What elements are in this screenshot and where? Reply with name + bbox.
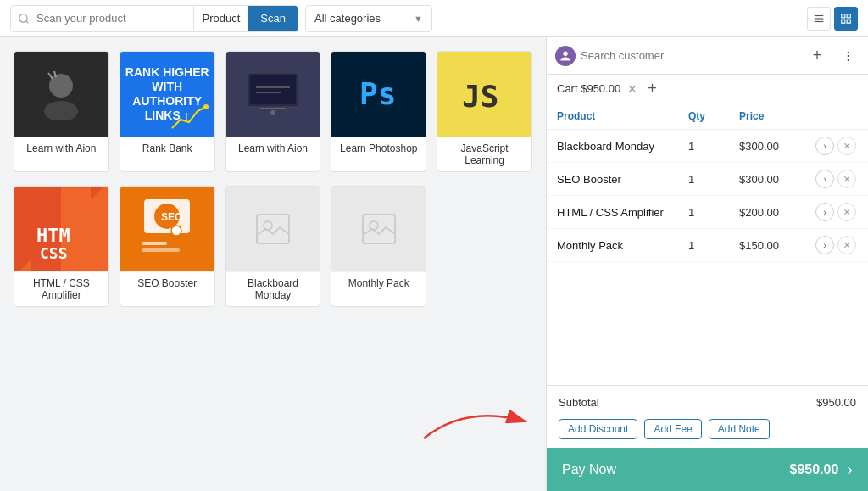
product-area: Learn with Aion RANK HIGHERWITH AUTHORIT…: [0, 37, 546, 491]
cart-row-actions: › ×: [815, 137, 858, 155]
product-label: HTML / CSS Amplifier: [14, 271, 108, 306]
cart-row-actions: › ×: [815, 203, 858, 221]
list-view-btn[interactable]: [807, 7, 831, 31]
cart-product-name: SEO Booster: [557, 173, 688, 186]
svg-rect-6: [847, 14, 850, 17]
svg-point-37: [264, 221, 272, 230]
categories-dropdown[interactable]: All categories ▼: [305, 5, 432, 32]
cart-row-2: SEO Booster 1 $300.00 › ×: [547, 163, 868, 196]
product-thumbnail: JS: [437, 52, 531, 137]
customer-search-input[interactable]: [581, 49, 798, 62]
col-price: Price: [739, 110, 815, 122]
cart-add-button[interactable]: +: [648, 80, 657, 98]
svg-line-11: [48, 73, 53, 79]
subtotal-value: $950.00: [816, 396, 856, 409]
cart-panel: + ⋮ Cart $950.00 ✕ + Product Qty Price B…: [546, 37, 868, 491]
cart-item-qty: 1: [688, 206, 739, 219]
cart-product-name: HTML / CSS Amplifier: [557, 206, 688, 219]
product-thumbnail: [226, 187, 320, 271]
add-customer-button[interactable]: +: [805, 44, 829, 68]
chevron-down-icon: ▼: [414, 14, 423, 24]
product-label: Learn with Aion: [226, 137, 320, 159]
svg-rect-8: [847, 20, 850, 23]
action-buttons-row: Add Discount Add Fee Add Note: [547, 419, 868, 448]
cart-header: Cart $950.00 ✕ +: [547, 75, 868, 103]
svg-rect-35: [142, 248, 180, 252]
product-card-learn-aion-1[interactable]: Learn with Aion: [14, 51, 109, 172]
cart-item-remove-button[interactable]: ×: [837, 170, 856, 188]
cart-item-remove-button[interactable]: ×: [837, 137, 856, 155]
add-fee-button[interactable]: Add Fee: [644, 419, 701, 439]
svg-rect-5: [842, 14, 845, 17]
product-thumbnail: RANK HIGHERWITH AUTHORITY LINKS ↑: [120, 52, 214, 137]
svg-rect-36: [257, 215, 289, 243]
categories-label: All categories: [314, 12, 381, 25]
svg-text:Ps: Ps: [359, 76, 396, 111]
svg-point-10: [44, 101, 78, 120]
product-card-monthly-pack[interactable]: Monthly Pack: [331, 186, 426, 307]
cart-item-qty: 1: [688, 173, 739, 186]
col-actions: [815, 110, 858, 122]
product-card-blackboard-monday[interactable]: Blackboard Monday: [225, 186, 321, 307]
product-label: Blackboard Monday: [226, 271, 320, 306]
svg-rect-15: [250, 75, 296, 104]
search-product-input[interactable]: [36, 12, 193, 25]
main-layout: Learn with Aion RANK HIGHERWITH AUTHORIT…: [0, 37, 868, 491]
product-card-html-css[interactable]: HTM CSS HTML / CSS Amplifier: [14, 186, 109, 307]
cart-item-qty: 1: [688, 140, 739, 153]
add-discount-button[interactable]: Add Discount: [559, 419, 637, 439]
cart-table: Product Qty Price Blackboard Monday 1 $3…: [547, 103, 868, 385]
customer-search: [555, 46, 798, 66]
svg-line-1: [26, 20, 29, 23]
cart-table-header: Product Qty Price: [547, 103, 868, 130]
search-product-area: Product Scan: [10, 5, 298, 32]
cart-item-edit-button[interactable]: ›: [815, 236, 834, 254]
cart-product-name: Blackboard Monday: [557, 140, 688, 153]
svg-rect-38: [363, 215, 395, 243]
cart-item-remove-button[interactable]: ×: [837, 203, 856, 221]
more-options-button[interactable]: ⋮: [836, 44, 860, 68]
view-toggle: [807, 7, 858, 31]
grid-view-btn[interactable]: [834, 7, 858, 31]
svg-rect-19: [260, 108, 286, 109]
tab-product[interactable]: Product: [193, 6, 249, 31]
customer-bar: + ⋮: [547, 37, 868, 75]
cart-item-edit-button[interactable]: ›: [815, 170, 834, 188]
product-label: JavaScript Learning: [437, 137, 531, 171]
svg-point-9: [49, 74, 73, 98]
top-bar: Product Scan All categories ▼: [0, 0, 868, 37]
pay-now-label: Pay Now: [562, 462, 616, 477]
cart-item-edit-button[interactable]: ›: [815, 203, 834, 221]
product-card-javascript[interactable]: JS JavaScript Learning: [437, 51, 532, 172]
cart-item-price: $200.00: [739, 206, 815, 219]
product-label: Learn with Aion: [14, 137, 108, 159]
product-thumbnail: HTM CSS: [14, 187, 108, 271]
product-thumbnail: [226, 52, 320, 137]
svg-rect-34: [142, 242, 167, 245]
svg-text:JS: JS: [462, 79, 498, 114]
cart-item-remove-button[interactable]: ×: [837, 236, 856, 254]
svg-text:SEO: SEO: [161, 211, 182, 223]
cart-row-1: Blackboard Monday 1 $300.00 › ×: [547, 130, 868, 163]
cart-item-qty: 1: [688, 239, 739, 252]
product-card-learn-photoshop[interactable]: Ps Learn Photoshop: [331, 51, 426, 172]
svg-point-18: [270, 110, 275, 115]
cart-close-button[interactable]: ✕: [627, 82, 637, 96]
customer-avatar: [555, 46, 576, 66]
add-note-button[interactable]: Add Note: [709, 419, 770, 439]
product-thumbnail: [14, 52, 108, 137]
cart-total-badge: Cart $950.00: [557, 82, 620, 95]
product-grid-row2: HTM CSS HTML / CSS Amplifier SEO: [14, 186, 532, 307]
product-card-rank-bank[interactable]: RANK HIGHERWITH AUTHORITY LINKS ↑ Rank B…: [120, 51, 215, 172]
product-card-seo-booster[interactable]: SEO SEO Booster: [120, 186, 215, 307]
tab-scan[interactable]: Scan: [248, 6, 298, 31]
pay-now-button[interactable]: Pay Now $950.00 ›: [547, 448, 868, 491]
product-thumbnail: Ps: [331, 52, 426, 137]
cart-item-edit-button[interactable]: ›: [815, 137, 834, 155]
product-thumbnail: SEO: [120, 187, 214, 271]
svg-point-0: [19, 14, 27, 21]
col-qty: Qty: [688, 110, 739, 122]
product-label: SEO Booster: [120, 271, 214, 294]
cart-row-actions: › ×: [815, 236, 858, 254]
product-card-learn-aion-2[interactable]: Learn with Aion: [225, 51, 321, 172]
